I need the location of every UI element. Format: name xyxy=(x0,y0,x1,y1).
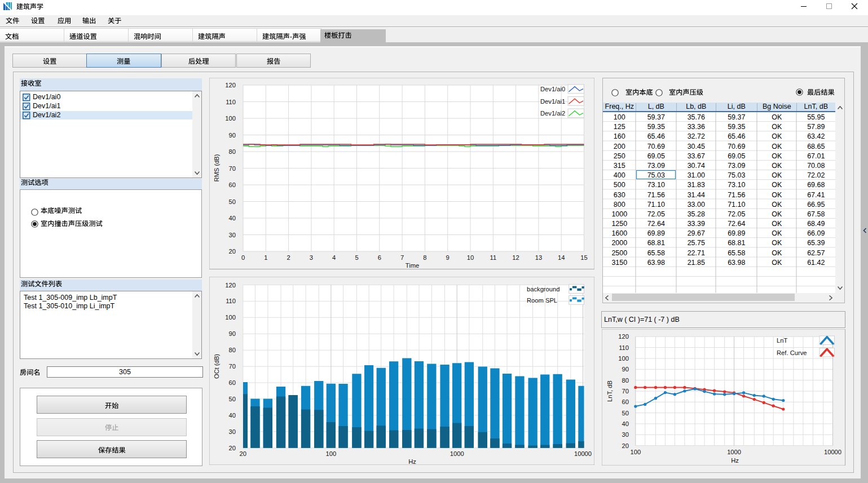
svg-text:20: 20 xyxy=(240,450,246,457)
svg-text:15: 15 xyxy=(580,254,587,261)
svg-text:background: background xyxy=(527,286,559,293)
svg-text:10000: 10000 xyxy=(823,449,841,455)
svg-text:40: 40 xyxy=(229,215,236,221)
svg-text:1000: 1000 xyxy=(727,449,741,455)
svg-text:14: 14 xyxy=(558,254,565,261)
svg-text:1: 1 xyxy=(264,254,267,261)
svg-text:6: 6 xyxy=(378,254,381,261)
svg-text:3: 3 xyxy=(310,254,313,261)
svg-text:110: 110 xyxy=(619,344,629,351)
svg-text:LnT, dB: LnT, dB xyxy=(606,380,613,402)
svg-text:40: 40 xyxy=(229,412,236,419)
svg-text:70: 70 xyxy=(622,388,628,395)
svg-text:10000: 10000 xyxy=(574,450,592,457)
svg-text:100: 100 xyxy=(326,450,337,457)
svg-text:Ref. Curve: Ref. Curve xyxy=(777,349,807,356)
svg-text:50: 50 xyxy=(229,396,236,402)
svg-text:90: 90 xyxy=(229,330,236,337)
svg-text:60: 60 xyxy=(622,398,628,405)
svg-text:12: 12 xyxy=(512,254,519,261)
svg-text:30: 30 xyxy=(622,431,628,438)
svg-text:Room SPL: Room SPL xyxy=(527,297,557,304)
svg-text:110: 110 xyxy=(226,99,236,105)
svg-text:Time: Time xyxy=(406,262,419,269)
svg-text:13: 13 xyxy=(535,254,542,261)
svg-text:1000: 1000 xyxy=(450,450,464,457)
svg-text:20: 20 xyxy=(622,442,628,449)
svg-text:80: 80 xyxy=(622,376,628,383)
svg-text:80: 80 xyxy=(229,347,236,353)
svg-text:Hz: Hz xyxy=(408,458,416,465)
svg-text:0: 0 xyxy=(241,254,245,261)
svg-text:10: 10 xyxy=(467,254,474,261)
svg-text:20: 20 xyxy=(229,248,236,255)
svg-text:60: 60 xyxy=(229,181,236,188)
svg-text:60: 60 xyxy=(229,379,236,386)
svg-text:120: 120 xyxy=(618,333,629,340)
svg-text:120: 120 xyxy=(225,282,236,289)
svg-text:50: 50 xyxy=(622,409,628,416)
svg-text:100: 100 xyxy=(225,314,236,321)
svg-text:100: 100 xyxy=(225,115,236,122)
svg-text:2: 2 xyxy=(287,254,290,261)
svg-text:Dev1/ai1: Dev1/ai1 xyxy=(540,98,565,105)
svg-text:100: 100 xyxy=(630,449,641,455)
svg-text:5: 5 xyxy=(355,254,358,261)
svg-text:40: 40 xyxy=(622,420,628,427)
svg-text:90: 90 xyxy=(229,132,236,139)
svg-text:Dev1/ai0: Dev1/ai0 xyxy=(540,86,565,92)
svg-text:Hz: Hz xyxy=(731,457,739,463)
svg-text:120: 120 xyxy=(225,82,236,88)
svg-text:7: 7 xyxy=(400,254,404,261)
svg-text:50: 50 xyxy=(229,198,236,205)
svg-text:70: 70 xyxy=(229,165,236,172)
svg-text:90: 90 xyxy=(622,366,628,373)
svg-text:11: 11 xyxy=(490,254,496,261)
svg-text:Dev1/ai2: Dev1/ai2 xyxy=(540,110,565,117)
svg-text:30: 30 xyxy=(229,232,236,238)
svg-text:8: 8 xyxy=(423,254,426,261)
svg-text:LnT: LnT xyxy=(777,337,787,344)
svg-text:110: 110 xyxy=(226,298,236,304)
svg-text:100: 100 xyxy=(618,355,629,362)
svg-text:80: 80 xyxy=(229,148,236,155)
svg-text:20: 20 xyxy=(229,445,236,451)
svg-text:30: 30 xyxy=(229,428,236,435)
svg-text:OCt (dB): OCt (dB) xyxy=(213,354,220,379)
svg-text:9: 9 xyxy=(446,254,450,261)
svg-text:RMS (dB): RMS (dB) xyxy=(213,154,220,181)
svg-text:4: 4 xyxy=(332,254,336,261)
svg-text:70: 70 xyxy=(229,363,236,370)
